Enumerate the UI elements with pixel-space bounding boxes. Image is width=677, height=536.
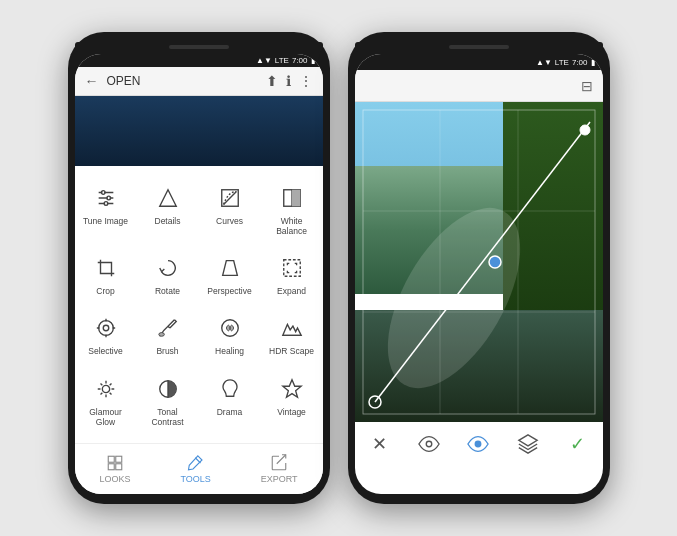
app-title: OPEN <box>107 74 266 88</box>
app-header-1: ← OPEN ⬆ ℹ ⋮ <box>75 67 323 96</box>
phone-2-speaker-bar <box>355 42 603 52</box>
curves-icon <box>214 182 246 214</box>
time-label-1: 7:00 <box>292 56 308 65</box>
tools-row-1: Tune Image Details Curves <box>75 174 323 244</box>
healing-label: Healing <box>215 346 244 356</box>
status-icons-1: ▲▼ LTE 7:00 ▮ <box>256 56 315 65</box>
landscape-photo <box>355 102 603 422</box>
tune-image-icon <box>90 182 122 214</box>
tool-curves[interactable]: Curves <box>202 178 257 240</box>
phone-2-screen: ▲▼ LTE 7:00 ▮ ⊟ <box>355 54 603 494</box>
eye-icon[interactable] <box>411 426 447 462</box>
nav-export[interactable]: EXPORT <box>251 452 308 486</box>
tool-perspective[interactable]: Perspective <box>202 248 257 300</box>
tool-crop[interactable]: Crop <box>78 248 133 300</box>
status-bar-2: ▲▼ LTE 7:00 ▮ <box>355 54 603 70</box>
vintage-icon <box>276 373 308 405</box>
curves-photo-area[interactable] <box>355 102 603 422</box>
crop-label: Crop <box>96 286 114 296</box>
split-view-icon[interactable]: ⊟ <box>581 78 593 94</box>
hdr-scape-icon <box>276 312 308 344</box>
svg-point-17 <box>103 326 109 332</box>
svg-rect-40 <box>108 464 114 470</box>
details-label: Details <box>155 216 181 226</box>
tool-tune-image[interactable]: Tune Image <box>78 178 133 240</box>
wifi-icon: ▲▼ <box>256 56 272 65</box>
svg-line-31 <box>109 392 111 394</box>
nav-tools[interactable]: TOOLS <box>170 452 220 486</box>
layers-icon[interactable] <box>510 426 546 462</box>
confirm-button[interactable]: ✓ <box>560 426 596 462</box>
svg-rect-38 <box>108 456 114 462</box>
svg-marker-23 <box>282 325 300 336</box>
tune-image-label: Tune Image <box>83 216 128 226</box>
tool-expand[interactable]: Expand <box>264 248 319 300</box>
svg-point-22 <box>158 333 164 337</box>
selective-label: Selective <box>88 346 123 356</box>
phone-2-speaker <box>449 45 509 49</box>
svg-line-32 <box>109 383 111 385</box>
rotate-icon <box>152 252 184 284</box>
brush-label: Brush <box>156 346 178 356</box>
rotate-label: Rotate <box>155 286 180 296</box>
svg-line-42 <box>195 458 200 463</box>
svg-marker-37 <box>282 379 300 396</box>
status-bar-1: ▲▼ LTE 7:00 ▮ <box>75 54 323 67</box>
phone-1-content: ▲▼ LTE 7:00 ▮ ← OPEN ⬆ ℹ ⋮ <box>75 54 323 494</box>
tool-hdr-scape[interactable]: HDR Scape <box>264 308 319 360</box>
svg-rect-39 <box>116 456 122 462</box>
tool-white-balance[interactable]: White Balance <box>264 178 319 240</box>
expand-label: Expand <box>277 286 306 296</box>
svg-point-25 <box>102 385 109 392</box>
svg-marker-9 <box>159 190 176 207</box>
svg-rect-41 <box>116 464 122 470</box>
svg-point-8 <box>104 202 108 206</box>
vintage-label: Vintage <box>277 407 306 417</box>
svg-marker-55 <box>519 435 537 446</box>
nav-looks-label: LOOKS <box>99 474 130 484</box>
nav-export-label: EXPORT <box>261 474 298 484</box>
trees-right <box>503 102 602 326</box>
tool-vintage[interactable]: Vintage <box>264 369 319 431</box>
tool-healing[interactable]: Healing <box>202 308 257 360</box>
battery-icon-1: ▮ <box>311 56 315 65</box>
svg-point-53 <box>426 441 432 447</box>
svg-point-5 <box>106 196 110 200</box>
photo-preview-1 <box>75 96 323 166</box>
status-icons-2: ▲▼ LTE 7:00 ▮ <box>536 58 595 67</box>
tool-rotate[interactable]: Rotate <box>140 248 195 300</box>
back-button[interactable]: ← <box>85 73 99 89</box>
hdr-scape-label: HDR Scape <box>269 346 314 356</box>
menu-icon[interactable]: ⋮ <box>299 73 313 89</box>
phone-1: ▲▼ LTE 7:00 ▮ ← OPEN ⬆ ℹ ⋮ <box>68 32 330 504</box>
share-icon[interactable]: ⬆ <box>266 73 278 89</box>
svg-line-33 <box>100 392 102 394</box>
expand-icon <box>276 252 308 284</box>
tool-glamour-glow[interactable]: Glamour Glow <box>78 369 133 431</box>
drama-icon <box>214 373 246 405</box>
wifi-icon-2: ▲▼ <box>536 58 552 67</box>
tool-drama[interactable]: Drama <box>202 369 257 431</box>
white-balance-label: White Balance <box>266 216 317 236</box>
selective-icon <box>90 312 122 344</box>
phone-2: ▲▼ LTE 7:00 ▮ ⊟ <box>348 32 610 504</box>
phone-1-speaker-bar <box>75 42 323 52</box>
info-icon[interactable]: ℹ <box>286 73 291 89</box>
tools-grid: Tune Image Details Curves <box>75 166 323 443</box>
tool-details[interactable]: Details <box>140 178 195 240</box>
drama-label: Drama <box>217 407 243 417</box>
bottom-toolbar-2: ✕ <box>355 422 603 466</box>
brush-icon <box>152 312 184 344</box>
tool-selective[interactable]: Selective <box>78 308 133 360</box>
tool-tonal-contrast[interactable]: Tonal Contrast <box>140 369 195 431</box>
lte-label: LTE <box>275 56 289 65</box>
svg-point-54 <box>476 441 482 447</box>
header-icons: ⬆ ℹ ⋮ <box>266 73 313 89</box>
blue-eye-icon[interactable] <box>460 426 496 462</box>
nav-looks[interactable]: LOOKS <box>89 452 140 486</box>
glamour-glow-label: Glamour Glow <box>80 407 131 427</box>
cancel-button[interactable]: ✕ <box>361 426 397 462</box>
crop-icon <box>90 252 122 284</box>
tonal-contrast-icon <box>152 373 184 405</box>
tool-brush[interactable]: Brush <box>140 308 195 360</box>
